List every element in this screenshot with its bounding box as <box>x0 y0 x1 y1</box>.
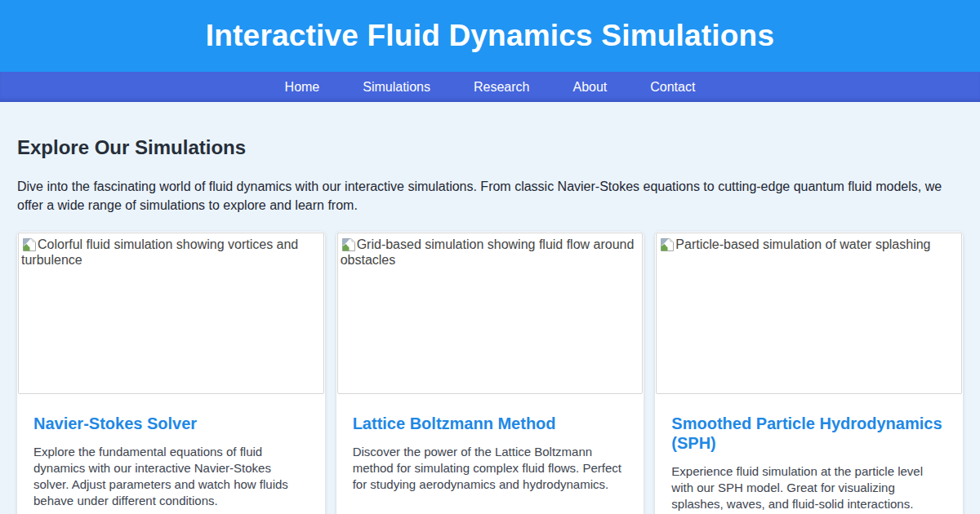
image-alt-text: Particle-based simulation of water splas… <box>675 237 930 251</box>
nav-link-simulations[interactable]: Simulations <box>363 81 430 94</box>
simulation-cards-grid: Colorful fluid simulation showing vortic… <box>17 232 963 514</box>
card-body: Smoothed Particle Hydrodynamics (SPH) Ex… <box>655 395 963 514</box>
broken-image-icon <box>22 237 37 252</box>
simulation-image-placeholder: Colorful fluid simulation showing vortic… <box>18 233 324 394</box>
page-header: Interactive Fluid Dynamics Simulations <box>0 0 980 72</box>
card-description: Discover the power of the Lattice Boltzm… <box>353 444 628 493</box>
card-description: Experience fluid simulation at the parti… <box>671 463 947 512</box>
section-heading: Explore Our Simulations <box>17 136 963 159</box>
nav-link-about[interactable]: About <box>572 81 607 94</box>
card-body: Lattice Boltzmann Method Discover the po… <box>336 395 644 514</box>
card-title: Smoothed Particle Hydrodynamics (SPH) <box>671 414 947 453</box>
broken-image-icon <box>660 237 675 252</box>
page-viewport: Interactive Fluid Dynamics Simulations H… <box>0 0 980 514</box>
image-alt-text: Grid-based simulation showing fluid flow… <box>341 237 635 267</box>
page-title: Interactive Fluid Dynamics Simulations <box>206 19 774 53</box>
card-title: Navier-Stokes Solver <box>33 414 309 433</box>
simulation-image-placeholder: Particle-based simulation of water splas… <box>656 233 962 394</box>
nav-link-research[interactable]: Research <box>474 81 529 94</box>
broken-image-icon <box>341 237 356 252</box>
card-navier-stokes: Colorful fluid simulation showing vortic… <box>17 232 325 514</box>
main-content: Explore Our Simulations Dive into the fa… <box>17 136 963 514</box>
card-sph: Particle-based simulation of water splas… <box>655 232 963 514</box>
card-lattice-boltzmann: Grid-based simulation showing fluid flow… <box>336 232 644 514</box>
card-body: Navier-Stokes Solver Explore the fundame… <box>17 395 325 514</box>
main-nav: Home Simulations Research About Contact <box>0 72 980 102</box>
card-description: Explore the fundamental equations of flu… <box>33 444 309 509</box>
nav-link-home[interactable]: Home <box>285 81 320 94</box>
simulation-image-placeholder: Grid-based simulation showing fluid flow… <box>337 233 644 394</box>
image-alt-text: Colorful fluid simulation showing vortic… <box>21 237 298 267</box>
card-title: Lattice Boltzmann Method <box>353 414 628 433</box>
intro-text: Dive into the fascinating world of fluid… <box>17 177 955 215</box>
nav-link-contact[interactable]: Contact <box>650 81 695 94</box>
